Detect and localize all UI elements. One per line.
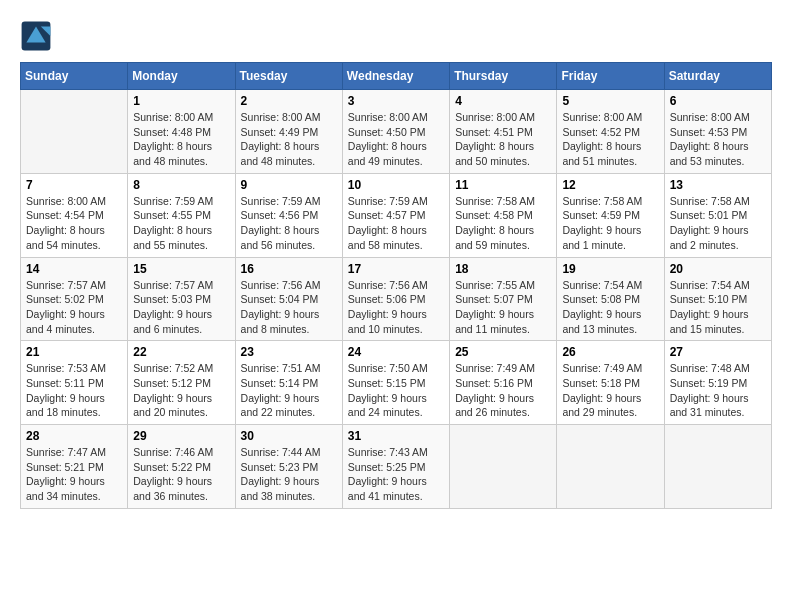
calendar-cell: 23Sunrise: 7:51 AM Sunset: 5:14 PM Dayli… [235, 341, 342, 425]
calendar-body: 1Sunrise: 8:00 AM Sunset: 4:48 PM Daylig… [21, 90, 772, 509]
day-number: 2 [241, 94, 337, 108]
calendar-cell: 17Sunrise: 7:56 AM Sunset: 5:06 PM Dayli… [342, 257, 449, 341]
calendar-cell: 12Sunrise: 7:58 AM Sunset: 4:59 PM Dayli… [557, 173, 664, 257]
calendar-cell: 9Sunrise: 7:59 AM Sunset: 4:56 PM Daylig… [235, 173, 342, 257]
day-info: Sunrise: 7:59 AM Sunset: 4:55 PM Dayligh… [133, 194, 229, 253]
day-number: 10 [348, 178, 444, 192]
day-number: 29 [133, 429, 229, 443]
day-number: 26 [562, 345, 658, 359]
calendar-cell: 29Sunrise: 7:46 AM Sunset: 5:22 PM Dayli… [128, 425, 235, 509]
day-number: 17 [348, 262, 444, 276]
day-number: 21 [26, 345, 122, 359]
calendar-cell: 22Sunrise: 7:52 AM Sunset: 5:12 PM Dayli… [128, 341, 235, 425]
day-number: 11 [455, 178, 551, 192]
calendar-cell: 21Sunrise: 7:53 AM Sunset: 5:11 PM Dayli… [21, 341, 128, 425]
calendar-cell: 14Sunrise: 7:57 AM Sunset: 5:02 PM Dayli… [21, 257, 128, 341]
weekday-header: Thursday [450, 63, 557, 90]
day-number: 9 [241, 178, 337, 192]
day-info: Sunrise: 7:56 AM Sunset: 5:06 PM Dayligh… [348, 278, 444, 337]
calendar-cell [664, 425, 771, 509]
calendar-cell: 19Sunrise: 7:54 AM Sunset: 5:08 PM Dayli… [557, 257, 664, 341]
calendar-cell: 11Sunrise: 7:58 AM Sunset: 4:58 PM Dayli… [450, 173, 557, 257]
page-header [20, 20, 772, 52]
calendar-cell: 15Sunrise: 7:57 AM Sunset: 5:03 PM Dayli… [128, 257, 235, 341]
calendar-week-row: 14Sunrise: 7:57 AM Sunset: 5:02 PM Dayli… [21, 257, 772, 341]
day-info: Sunrise: 8:00 AM Sunset: 4:54 PM Dayligh… [26, 194, 122, 253]
day-info: Sunrise: 7:53 AM Sunset: 5:11 PM Dayligh… [26, 361, 122, 420]
calendar-cell: 7Sunrise: 8:00 AM Sunset: 4:54 PM Daylig… [21, 173, 128, 257]
calendar-cell: 4Sunrise: 8:00 AM Sunset: 4:51 PM Daylig… [450, 90, 557, 174]
day-info: Sunrise: 7:49 AM Sunset: 5:18 PM Dayligh… [562, 361, 658, 420]
day-number: 13 [670, 178, 766, 192]
day-info: Sunrise: 8:00 AM Sunset: 4:52 PM Dayligh… [562, 110, 658, 169]
calendar-cell [21, 90, 128, 174]
day-number: 15 [133, 262, 229, 276]
day-info: Sunrise: 7:55 AM Sunset: 5:07 PM Dayligh… [455, 278, 551, 337]
day-number: 25 [455, 345, 551, 359]
day-info: Sunrise: 7:43 AM Sunset: 5:25 PM Dayligh… [348, 445, 444, 504]
calendar-header: SundayMondayTuesdayWednesdayThursdayFrid… [21, 63, 772, 90]
calendar-week-row: 21Sunrise: 7:53 AM Sunset: 5:11 PM Dayli… [21, 341, 772, 425]
day-number: 27 [670, 345, 766, 359]
day-number: 8 [133, 178, 229, 192]
day-number: 6 [670, 94, 766, 108]
day-info: Sunrise: 7:50 AM Sunset: 5:15 PM Dayligh… [348, 361, 444, 420]
calendar-week-row: 28Sunrise: 7:47 AM Sunset: 5:21 PM Dayli… [21, 425, 772, 509]
calendar-cell: 20Sunrise: 7:54 AM Sunset: 5:10 PM Dayli… [664, 257, 771, 341]
calendar-cell: 18Sunrise: 7:55 AM Sunset: 5:07 PM Dayli… [450, 257, 557, 341]
day-number: 3 [348, 94, 444, 108]
day-info: Sunrise: 8:00 AM Sunset: 4:48 PM Dayligh… [133, 110, 229, 169]
day-number: 7 [26, 178, 122, 192]
logo [20, 20, 56, 52]
day-info: Sunrise: 8:00 AM Sunset: 4:51 PM Dayligh… [455, 110, 551, 169]
day-info: Sunrise: 7:51 AM Sunset: 5:14 PM Dayligh… [241, 361, 337, 420]
day-info: Sunrise: 7:58 AM Sunset: 4:58 PM Dayligh… [455, 194, 551, 253]
weekday-header: Sunday [21, 63, 128, 90]
calendar-cell: 10Sunrise: 7:59 AM Sunset: 4:57 PM Dayli… [342, 173, 449, 257]
day-number: 22 [133, 345, 229, 359]
calendar-cell [557, 425, 664, 509]
day-info: Sunrise: 8:00 AM Sunset: 4:53 PM Dayligh… [670, 110, 766, 169]
day-number: 24 [348, 345, 444, 359]
calendar-cell: 6Sunrise: 8:00 AM Sunset: 4:53 PM Daylig… [664, 90, 771, 174]
calendar-cell [450, 425, 557, 509]
calendar-cell: 2Sunrise: 8:00 AM Sunset: 4:49 PM Daylig… [235, 90, 342, 174]
day-number: 12 [562, 178, 658, 192]
weekday-header: Saturday [664, 63, 771, 90]
calendar-cell: 27Sunrise: 7:48 AM Sunset: 5:19 PM Dayli… [664, 341, 771, 425]
day-info: Sunrise: 7:47 AM Sunset: 5:21 PM Dayligh… [26, 445, 122, 504]
day-info: Sunrise: 7:57 AM Sunset: 5:02 PM Dayligh… [26, 278, 122, 337]
day-number: 28 [26, 429, 122, 443]
weekday-header: Wednesday [342, 63, 449, 90]
calendar-cell: 24Sunrise: 7:50 AM Sunset: 5:15 PM Dayli… [342, 341, 449, 425]
day-info: Sunrise: 7:44 AM Sunset: 5:23 PM Dayligh… [241, 445, 337, 504]
calendar-cell: 13Sunrise: 7:58 AM Sunset: 5:01 PM Dayli… [664, 173, 771, 257]
day-info: Sunrise: 7:58 AM Sunset: 4:59 PM Dayligh… [562, 194, 658, 253]
day-number: 18 [455, 262, 551, 276]
day-info: Sunrise: 8:00 AM Sunset: 4:50 PM Dayligh… [348, 110, 444, 169]
calendar-cell: 3Sunrise: 8:00 AM Sunset: 4:50 PM Daylig… [342, 90, 449, 174]
day-number: 5 [562, 94, 658, 108]
day-number: 14 [26, 262, 122, 276]
day-info: Sunrise: 7:56 AM Sunset: 5:04 PM Dayligh… [241, 278, 337, 337]
day-info: Sunrise: 7:48 AM Sunset: 5:19 PM Dayligh… [670, 361, 766, 420]
day-number: 31 [348, 429, 444, 443]
day-info: Sunrise: 7:46 AM Sunset: 5:22 PM Dayligh… [133, 445, 229, 504]
day-info: Sunrise: 7:54 AM Sunset: 5:10 PM Dayligh… [670, 278, 766, 337]
weekday-header: Tuesday [235, 63, 342, 90]
calendar-cell: 31Sunrise: 7:43 AM Sunset: 5:25 PM Dayli… [342, 425, 449, 509]
calendar-cell: 8Sunrise: 7:59 AM Sunset: 4:55 PM Daylig… [128, 173, 235, 257]
calendar-cell: 26Sunrise: 7:49 AM Sunset: 5:18 PM Dayli… [557, 341, 664, 425]
calendar-cell: 25Sunrise: 7:49 AM Sunset: 5:16 PM Dayli… [450, 341, 557, 425]
calendar-week-row: 1Sunrise: 8:00 AM Sunset: 4:48 PM Daylig… [21, 90, 772, 174]
day-number: 30 [241, 429, 337, 443]
weekday-header-row: SundayMondayTuesdayWednesdayThursdayFrid… [21, 63, 772, 90]
calendar-cell: 16Sunrise: 7:56 AM Sunset: 5:04 PM Dayli… [235, 257, 342, 341]
day-info: Sunrise: 7:59 AM Sunset: 4:57 PM Dayligh… [348, 194, 444, 253]
calendar-cell: 1Sunrise: 8:00 AM Sunset: 4:48 PM Daylig… [128, 90, 235, 174]
day-info: Sunrise: 7:59 AM Sunset: 4:56 PM Dayligh… [241, 194, 337, 253]
day-number: 1 [133, 94, 229, 108]
day-info: Sunrise: 7:52 AM Sunset: 5:12 PM Dayligh… [133, 361, 229, 420]
weekday-header: Friday [557, 63, 664, 90]
calendar-table: SundayMondayTuesdayWednesdayThursdayFrid… [20, 62, 772, 509]
